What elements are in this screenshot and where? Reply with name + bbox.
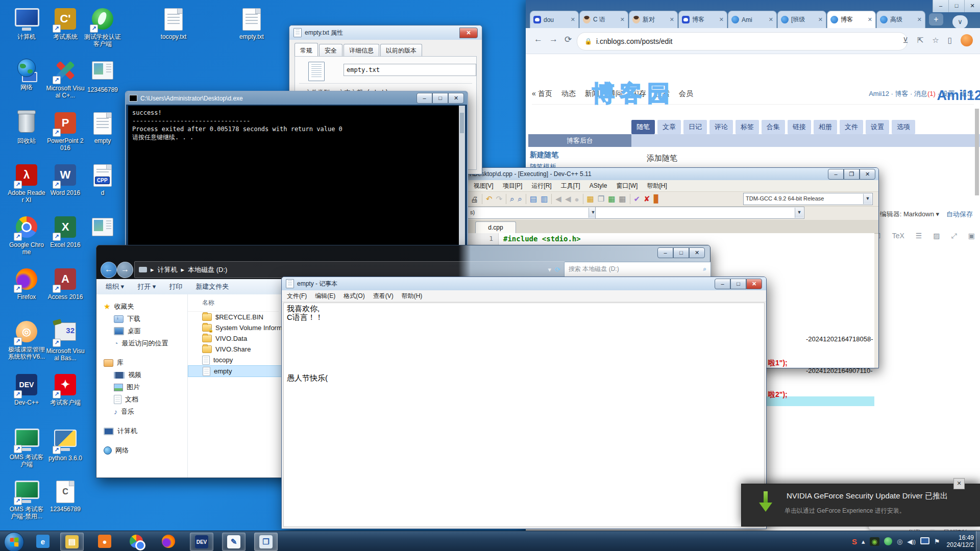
filename-input[interactable]: empty.txt [344, 64, 476, 76]
maximize-button[interactable]: □ [730, 279, 746, 289]
close-icon[interactable]: ✘ [644, 194, 650, 204]
forward-icon[interactable]: → [549, 34, 558, 44]
maximize-button[interactable]: □ [432, 93, 448, 104]
desktop-icon-empty[interactable]: empty [83, 111, 122, 144]
tab-close-icon[interactable]: ✕ [670, 16, 674, 23]
site-nav-动态[interactable]: 动态 [561, 89, 576, 98]
browser-tab-Ami[interactable]: Ami✕ [728, 11, 777, 28]
safe360-icon[interactable] [884, 537, 892, 545]
tab-close-icon[interactable]: ✕ [917, 16, 922, 23]
desktop-icon-考试系统[interactable]: C'↗考试系统 [46, 7, 85, 40]
desktop-icon-Excel 2016[interactable]: X↗Excel 2016 [46, 215, 85, 248]
blog-tab-随笔[interactable]: 随笔 [631, 120, 655, 134]
minimize-button[interactable]: – [715, 279, 730, 289]
desktop-icon-Adobe Reader XI[interactable]: λ↗Adobe Reader XI [7, 163, 46, 204]
tex-icon[interactable]: TeX [892, 232, 904, 240]
desktop-icon-Firefox[interactable]: ↗Firefox [7, 267, 46, 300]
window-icon[interactable]: ❐ [598, 194, 604, 204]
panel2-icon[interactable]: ▥ [541, 194, 548, 204]
devcpp-menu-视图[V][interactable]: 视图[V] [474, 182, 494, 190]
close-button[interactable]: ✕ [448, 93, 464, 104]
tab-close-icon[interactable]: ✕ [868, 16, 872, 23]
browser-tab-[班级[interactable]: [班级✕ [777, 11, 826, 28]
list-icon[interactable]: ☰ [916, 232, 922, 240]
tab-close-icon[interactable]: ✕ [719, 16, 724, 23]
chevron-down-icon[interactable]: ▼ [795, 208, 803, 218]
search-icon[interactable]: ⌕ [703, 262, 706, 276]
desktop-icon-empty.txt[interactable]: empty.txt [232, 7, 271, 40]
notification-close-button[interactable]: ✕ [953, 478, 965, 489]
desktop-icon-Google Chrome[interactable]: ↗Google Chrome [7, 215, 46, 256]
desktop-icon-unnamed[interactable] [83, 215, 122, 243]
profile-avatar[interactable] [961, 34, 973, 46]
blog-tab-合集[interactable]: 合集 [762, 120, 785, 134]
find-icon[interactable]: ⌕ [510, 194, 514, 204]
printer-icon[interactable]: 🖨 [471, 195, 478, 204]
capture-icon[interactable]: ◎ [897, 538, 902, 545]
undo-icon[interactable]: ↶ [486, 194, 493, 204]
blog-tab-链接[interactable]: 链接 [788, 120, 811, 134]
colors-icon[interactable]: ▦ [608, 194, 615, 204]
taskbar-notepad[interactable]: ✎ [222, 533, 246, 551]
nav-item-图片[interactable]: 图片 [96, 381, 187, 393]
taskbar-explorer-folder[interactable]: ▤ [60, 533, 84, 551]
new-post-link[interactable]: 新建随笔 [530, 151, 558, 160]
command-组织 ▾[interactable]: 组织 ▾ [106, 282, 124, 291]
share-icon[interactable]: ⇱ [917, 36, 924, 45]
notepad-title-bar[interactable]: empty - 记事本 –□✕ [282, 277, 766, 290]
notepad-menu-帮助(H)[interactable]: 帮助(H) [402, 292, 423, 300]
blog-tab-标签[interactable]: 标签 [736, 120, 759, 134]
command-打印[interactable]: 打印 [169, 282, 182, 291]
close-button[interactable]: ✕ [860, 169, 875, 180]
browser-tab-博客[interactable]: 博客✕ [678, 11, 727, 28]
nav-item-视频[interactable]: 视频 [96, 369, 187, 381]
devcpp-menu-运行[R][interactable]: 运行[R] [531, 182, 551, 190]
panel-icon[interactable]: ▤ [530, 194, 537, 204]
bookmark-star-icon[interactable]: ☆ [932, 36, 939, 45]
devcpp-menu-窗口[W][interactable]: 窗口[W] [616, 182, 638, 190]
start-button[interactable] [4, 532, 24, 551]
network-icon[interactable] [920, 537, 929, 546]
close-button[interactable]: ✕ [459, 28, 478, 38]
devcpp-menu-AStyle[interactable]: AStyle [590, 182, 607, 189]
tab-close-icon[interactable]: ✕ [818, 16, 823, 23]
tab-close-icon[interactable]: ✕ [769, 16, 773, 23]
grid-icon[interactable]: ▦ [587, 194, 594, 204]
desktop-icon-Microsoft Visual Bas...[interactable]: 32↗Microsoft Visual Bas... [46, 320, 85, 362]
reload-icon[interactable]: ⟳ [565, 34, 572, 45]
back-button[interactable]: ← [101, 262, 117, 278]
notepad-menu-格式(O)[interactable]: 格式(O) [344, 292, 364, 300]
nav-item-计算机[interactable]: 计算机 [96, 425, 187, 437]
desktop-icon-d[interactable]: CPPd [83, 163, 122, 196]
desktop-icon-PowerPoint 2016[interactable]: P↗PowerPoint 2016 [46, 111, 85, 152]
hidden-icons-caret[interactable]: ▴ [862, 538, 865, 545]
compiler-combo[interactable]: TDM-GCC 4.9.2 64-bit Release▼ [743, 193, 873, 205]
desktop-icon-Access 2016[interactable]: A↗Access 2016 [46, 267, 85, 300]
desktop-icon-123456789[interactable]: 123456789 [83, 59, 122, 93]
function-combo[interactable]: ▼ [595, 207, 804, 219]
nav-item-收藏夹[interactable]: ★收藏夹 [96, 300, 187, 313]
editor-mode-bar[interactable]: 编辑器: Markdown ▾ 自动保存 [880, 210, 973, 219]
nav-item-网络[interactable]: 网络 [96, 444, 187, 457]
browser-tab-高级[interactable]: 高级✕ [876, 11, 925, 28]
devcpp-menu-工具[T][interactable]: 工具[T] [561, 182, 580, 190]
taskbar-chrome[interactable] [125, 533, 148, 550]
devcpp-menu-帮助[H][interactable]: 帮助[H] [647, 182, 667, 190]
desktop-icon-Dev-C++[interactable]: DEV↗Dev-C++ [7, 373, 46, 406]
console-title-bar[interactable]: C:\Users\Administrator\Desktop\d.exe –□✕ [126, 92, 467, 105]
volume-icon[interactable]: ◀)) [907, 538, 916, 545]
back-icon[interactable]: ← [534, 34, 543, 44]
show-desktop-button[interactable] [976, 531, 980, 551]
taskbar-window-app[interactable]: ❐ [254, 533, 278, 551]
notepad-menu-查看(V)[interactable]: 查看(V) [373, 292, 394, 300]
image-icon[interactable]: ▨ [933, 232, 940, 240]
minimize-button[interactable]: – [933, 0, 948, 12]
file-row-empty[interactable]: empty [188, 365, 289, 377]
address-bar[interactable]: 🔒 i.cnblogs.com/posts/edit [577, 32, 908, 51]
desktop-icon-计算机[interactable]: 计算机 [7, 7, 46, 40]
minimize-button[interactable]: – [416, 93, 432, 104]
maximize-button[interactable]: □ [948, 0, 964, 12]
desktop-icon-Word 2016[interactable]: W↗Word 2016 [46, 163, 85, 196]
nvidia-notification[interactable]: NVIDIA GeForce Security Update Driver 已推… [741, 484, 980, 527]
desktop-icon-回收站[interactable]: 回收站 [7, 111, 46, 144]
